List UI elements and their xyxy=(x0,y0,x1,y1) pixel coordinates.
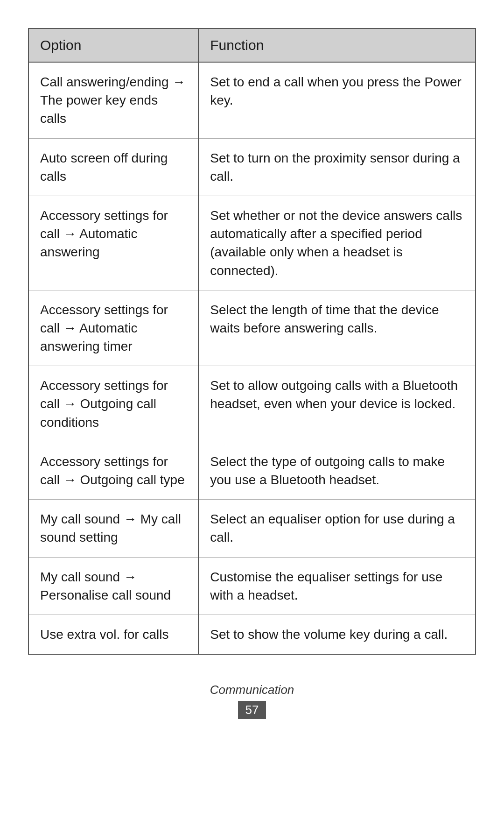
option-cell: Accessory settings for call → Automatic … xyxy=(29,196,198,290)
table-row: Accessory settings for call → Outgoing c… xyxy=(29,366,475,442)
table-row: Use extra vol. for callsSet to show the … xyxy=(29,615,475,654)
table-row: Auto screen off during callsSet to turn … xyxy=(29,138,475,196)
table-row: Accessory settings for call → Outgoing c… xyxy=(29,442,475,499)
option-cell: Accessory settings for call → Outgoing c… xyxy=(29,366,198,442)
option-cell: My call sound → My call sound setting xyxy=(29,500,198,557)
page-footer: Communication 57 xyxy=(210,683,294,719)
option-cell: Accessory settings for call → Automatic … xyxy=(29,290,198,366)
function-cell: Select the length of time that the devic… xyxy=(198,290,475,366)
function-header: Function xyxy=(198,29,475,62)
function-cell: Set to show the volume key during a call… xyxy=(198,615,475,654)
function-cell: Select an equaliser option for use durin… xyxy=(198,500,475,557)
function-cell: Set to end a call when you press the Pow… xyxy=(198,62,475,138)
table-row: Call answering/ending → The power key en… xyxy=(29,62,475,138)
option-cell: Call answering/ending → The power key en… xyxy=(29,62,198,138)
table-header-row: Option Function xyxy=(29,29,475,62)
option-cell: Use extra vol. for calls xyxy=(29,615,198,654)
function-cell: Select the type of outgoing calls to mak… xyxy=(198,442,475,499)
option-cell: Auto screen off during calls xyxy=(29,138,198,196)
table-row: Accessory settings for call → Automatic … xyxy=(29,196,475,290)
table-row: My call sound → Personalise call soundCu… xyxy=(29,557,475,615)
function-cell: Set whether or not the device answers ca… xyxy=(198,196,475,290)
footer-page-number: 57 xyxy=(238,701,266,719)
table-row: My call sound → My call sound settingSel… xyxy=(29,500,475,557)
option-header: Option xyxy=(29,29,198,62)
function-cell: Set to allow outgoing calls with a Bluet… xyxy=(198,366,475,442)
settings-table: Option Function Call answering/ending → … xyxy=(28,28,476,655)
table-row: Accessory settings for call → Automatic … xyxy=(29,290,475,366)
function-cell: Set to turn on the proximity sensor duri… xyxy=(198,138,475,196)
function-cell: Customise the equaliser settings for use… xyxy=(198,557,475,615)
option-cell: My call sound → Personalise call sound xyxy=(29,557,198,615)
option-cell: Accessory settings for call → Outgoing c… xyxy=(29,442,198,499)
footer-label: Communication xyxy=(210,683,294,697)
